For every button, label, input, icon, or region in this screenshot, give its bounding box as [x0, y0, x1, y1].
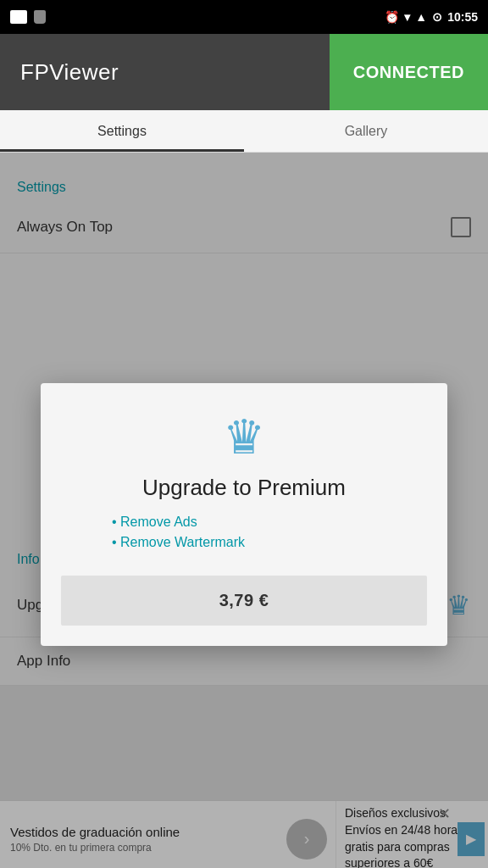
tab-bar: Settings Gallery	[0, 110, 488, 153]
feature-remove-ads: Remove Ads	[112, 515, 427, 530]
content-area: Settings Always On Top Info Upgrade to P…	[0, 153, 488, 868]
price-button[interactable]: 3,79 €	[61, 576, 427, 626]
crown-icon-large: ♛	[223, 414, 265, 461]
tab-gallery[interactable]: Gallery	[244, 110, 488, 152]
image-icon	[10, 10, 27, 24]
time-display: 10:55	[447, 10, 478, 24]
wifi-icon: ▾	[404, 10, 410, 24]
status-icons-left	[10, 10, 46, 24]
connected-button[interactable]: CONNECTED	[330, 34, 488, 110]
upgrade-dialog: ♛ Upgrade to Premium Remove Ads Remove W…	[41, 383, 447, 646]
tab-settings[interactable]: Settings	[0, 110, 244, 152]
signal-icon: ▲	[415, 10, 427, 24]
dialog-overlay[interactable]: ♛ Upgrade to Premium Remove Ads Remove W…	[0, 153, 488, 868]
app-title: FPViewer	[0, 59, 119, 86]
status-icons-right: ⏰ ▾ ▲ ⊙ 10:55	[385, 10, 478, 24]
app-bar: FPViewer CONNECTED	[0, 34, 488, 110]
feature-remove-watermark: Remove Wartermark	[112, 535, 427, 550]
alarm-icon: ⏰	[385, 10, 399, 24]
battery-icon: ⊙	[432, 10, 442, 24]
dialog-features: Remove Ads Remove Wartermark	[61, 515, 427, 555]
status-bar: ⏰ ▾ ▲ ⊙ 10:55	[0, 0, 488, 34]
shield-icon	[34, 10, 46, 24]
dialog-title: Upgrade to Premium	[142, 475, 346, 501]
